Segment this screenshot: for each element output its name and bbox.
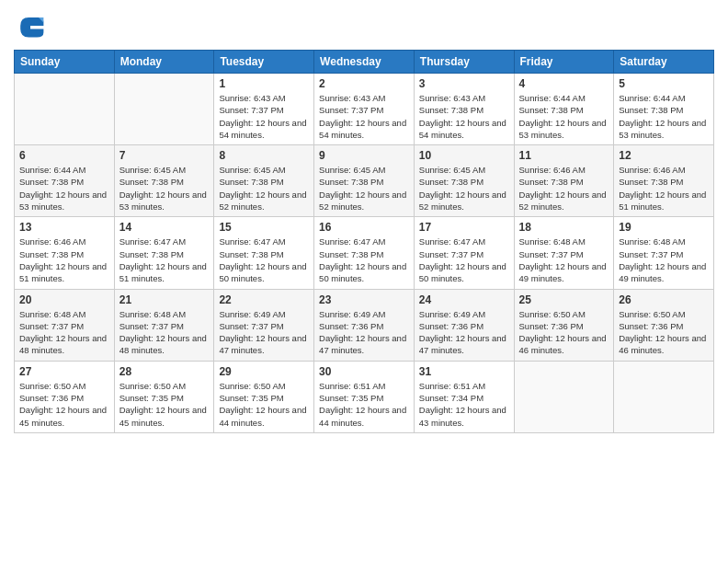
calendar-cell: 7Sunrise: 6:45 AM Sunset: 7:38 PM Daylig… [114, 145, 214, 217]
day-number: 8 [219, 149, 309, 162]
day-number: 14 [119, 221, 210, 234]
calendar-cell: 10Sunrise: 6:45 AM Sunset: 7:38 PM Dayli… [414, 145, 514, 217]
calendar-header-saturday: Saturday [614, 51, 714, 74]
day-number: 3 [419, 77, 509, 90]
calendar-cell: 22Sunrise: 6:49 AM Sunset: 7:37 PM Dayli… [214, 289, 314, 361]
calendar-cell: 18Sunrise: 6:48 AM Sunset: 7:37 PM Dayli… [514, 217, 614, 289]
day-number: 17 [419, 221, 509, 234]
calendar-cell: 20Sunrise: 6:48 AM Sunset: 7:37 PM Dayli… [15, 289, 115, 361]
calendar-cell: 24Sunrise: 6:49 AM Sunset: 7:36 PM Dayli… [414, 289, 514, 361]
calendar-cell: 15Sunrise: 6:47 AM Sunset: 7:38 PM Dayli… [214, 217, 314, 289]
day-number: 30 [319, 365, 409, 378]
day-info: Sunrise: 6:48 AM Sunset: 7:37 PM Dayligh… [19, 308, 109, 357]
calendar-header-sunday: Sunday [15, 51, 115, 74]
day-number: 7 [119, 149, 210, 162]
calendar-cell: 30Sunrise: 6:51 AM Sunset: 7:35 PM Dayli… [314, 361, 415, 432]
calendar-cell: 25Sunrise: 6:50 AM Sunset: 7:36 PM Dayli… [514, 289, 614, 361]
calendar-cell: 17Sunrise: 6:47 AM Sunset: 7:37 PM Dayli… [414, 217, 514, 289]
day-number: 21 [119, 293, 210, 306]
day-info: Sunrise: 6:49 AM Sunset: 7:37 PM Dayligh… [219, 308, 309, 357]
calendar-cell [114, 74, 214, 145]
calendar-week-row: 20Sunrise: 6:48 AM Sunset: 7:37 PM Dayli… [15, 289, 714, 361]
calendar-cell: 29Sunrise: 6:50 AM Sunset: 7:35 PM Dayli… [214, 361, 314, 432]
day-info: Sunrise: 6:48 AM Sunset: 7:37 PM Dayligh… [119, 308, 210, 357]
day-number: 25 [519, 293, 609, 306]
day-number: 31 [419, 365, 509, 378]
day-number: 6 [19, 149, 109, 162]
day-number: 16 [319, 221, 409, 234]
day-info: Sunrise: 6:50 AM Sunset: 7:36 PM Dayligh… [619, 308, 709, 357]
calendar-cell: 11Sunrise: 6:46 AM Sunset: 7:38 PM Dayli… [514, 145, 614, 217]
logo [14, 9, 51, 42]
day-number: 13 [19, 221, 109, 234]
calendar-header-row: SundayMondayTuesdayWednesdayThursdayFrid… [15, 51, 714, 74]
calendar-cell: 26Sunrise: 6:50 AM Sunset: 7:36 PM Dayli… [614, 289, 714, 361]
calendar-cell: 27Sunrise: 6:50 AM Sunset: 7:36 PM Dayli… [15, 361, 115, 432]
calendar-header-wednesday: Wednesday [314, 51, 415, 74]
day-number: 23 [319, 293, 409, 306]
calendar-cell [514, 361, 614, 432]
day-info: Sunrise: 6:45 AM Sunset: 7:38 PM Dayligh… [319, 164, 409, 213]
header [14, 9, 714, 42]
calendar-cell: 13Sunrise: 6:46 AM Sunset: 7:38 PM Dayli… [15, 217, 115, 289]
page: SundayMondayTuesdayWednesdayThursdayFrid… [0, 0, 728, 563]
calendar-week-row: 1Sunrise: 6:43 AM Sunset: 7:37 PM Daylig… [15, 74, 714, 145]
calendar-week-row: 6Sunrise: 6:44 AM Sunset: 7:38 PM Daylig… [15, 145, 714, 217]
calendar-cell: 31Sunrise: 6:51 AM Sunset: 7:34 PM Dayli… [414, 361, 514, 432]
day-info: Sunrise: 6:50 AM Sunset: 7:36 PM Dayligh… [19, 380, 109, 429]
day-number: 29 [219, 365, 309, 378]
calendar-cell: 28Sunrise: 6:50 AM Sunset: 7:35 PM Dayli… [114, 361, 214, 432]
day-number: 24 [419, 293, 509, 306]
day-info: Sunrise: 6:44 AM Sunset: 7:38 PM Dayligh… [19, 164, 109, 213]
calendar-cell: 21Sunrise: 6:48 AM Sunset: 7:37 PM Dayli… [114, 289, 214, 361]
day-info: Sunrise: 6:49 AM Sunset: 7:36 PM Dayligh… [419, 308, 509, 357]
day-info: Sunrise: 6:48 AM Sunset: 7:37 PM Dayligh… [619, 236, 709, 284]
calendar-header-tuesday: Tuesday [214, 51, 314, 74]
day-number: 20 [19, 293, 109, 306]
day-info: Sunrise: 6:46 AM Sunset: 7:38 PM Dayligh… [619, 164, 709, 213]
day-number: 19 [619, 221, 709, 234]
day-number: 5 [619, 77, 709, 90]
day-info: Sunrise: 6:47 AM Sunset: 7:38 PM Dayligh… [319, 236, 409, 284]
calendar-cell: 16Sunrise: 6:47 AM Sunset: 7:38 PM Dayli… [314, 217, 415, 289]
day-info: Sunrise: 6:44 AM Sunset: 7:38 PM Dayligh… [619, 92, 709, 141]
day-info: Sunrise: 6:46 AM Sunset: 7:38 PM Dayligh… [19, 236, 109, 284]
day-info: Sunrise: 6:47 AM Sunset: 7:38 PM Dayligh… [119, 236, 210, 284]
day-number: 26 [619, 293, 709, 306]
day-info: Sunrise: 6:50 AM Sunset: 7:35 PM Dayligh… [219, 380, 309, 429]
day-info: Sunrise: 6:46 AM Sunset: 7:38 PM Dayligh… [519, 164, 609, 213]
calendar-header-thursday: Thursday [414, 51, 514, 74]
calendar-table: SundayMondayTuesdayWednesdayThursdayFrid… [14, 50, 714, 433]
calendar-cell: 19Sunrise: 6:48 AM Sunset: 7:37 PM Dayli… [614, 217, 714, 289]
day-number: 15 [219, 221, 309, 234]
calendar-cell: 12Sunrise: 6:46 AM Sunset: 7:38 PM Dayli… [614, 145, 714, 217]
day-info: Sunrise: 6:48 AM Sunset: 7:37 PM Dayligh… [519, 236, 609, 284]
calendar-cell: 4Sunrise: 6:44 AM Sunset: 7:38 PM Daylig… [514, 74, 614, 145]
calendar-cell: 2Sunrise: 6:43 AM Sunset: 7:37 PM Daylig… [314, 74, 415, 145]
calendar-header-monday: Monday [114, 51, 214, 74]
calendar-cell: 6Sunrise: 6:44 AM Sunset: 7:38 PM Daylig… [15, 145, 115, 217]
day-number: 22 [219, 293, 309, 306]
calendar-cell: 3Sunrise: 6:43 AM Sunset: 7:38 PM Daylig… [414, 74, 514, 145]
day-info: Sunrise: 6:47 AM Sunset: 7:38 PM Dayligh… [219, 236, 309, 284]
day-info: Sunrise: 6:43 AM Sunset: 7:37 PM Dayligh… [219, 92, 309, 141]
day-info: Sunrise: 6:51 AM Sunset: 7:34 PM Dayligh… [419, 380, 509, 429]
calendar-cell: 5Sunrise: 6:44 AM Sunset: 7:38 PM Daylig… [614, 74, 714, 145]
calendar-header-friday: Friday [514, 51, 614, 74]
day-info: Sunrise: 6:43 AM Sunset: 7:37 PM Dayligh… [319, 92, 409, 141]
calendar-cell: 1Sunrise: 6:43 AM Sunset: 7:37 PM Daylig… [214, 74, 314, 145]
day-number: 2 [319, 77, 409, 90]
calendar-week-row: 27Sunrise: 6:50 AM Sunset: 7:36 PM Dayli… [15, 361, 714, 432]
day-info: Sunrise: 6:44 AM Sunset: 7:38 PM Dayligh… [519, 92, 609, 141]
calendar-cell: 14Sunrise: 6:47 AM Sunset: 7:38 PM Dayli… [114, 217, 214, 289]
day-number: 9 [319, 149, 409, 162]
calendar-cell [614, 361, 714, 432]
day-number: 10 [419, 149, 509, 162]
day-info: Sunrise: 6:43 AM Sunset: 7:38 PM Dayligh… [419, 92, 509, 141]
calendar-week-row: 13Sunrise: 6:46 AM Sunset: 7:38 PM Dayli… [15, 217, 714, 289]
day-info: Sunrise: 6:47 AM Sunset: 7:37 PM Dayligh… [419, 236, 509, 284]
day-number: 18 [519, 221, 609, 234]
day-info: Sunrise: 6:50 AM Sunset: 7:36 PM Dayligh… [519, 308, 609, 357]
day-info: Sunrise: 6:49 AM Sunset: 7:36 PM Dayligh… [319, 308, 409, 357]
day-number: 1 [219, 77, 309, 90]
